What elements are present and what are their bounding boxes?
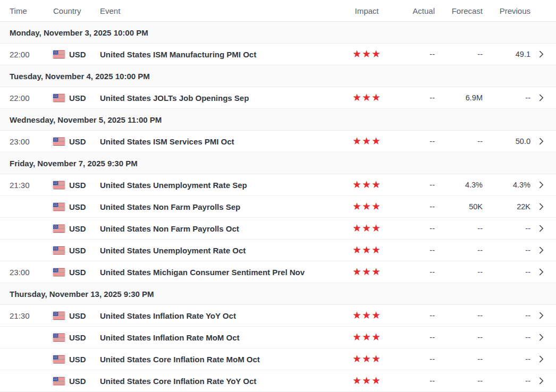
date-group-rows: 21:30 [0,305,556,392]
date-group-header: Monday, November 3, 2025 10:00 PM [0,22,556,44]
country-cell: USD [53,355,100,364]
column-header-previous: Previous [487,6,535,15]
forecast-value: 4.3% [439,181,487,189]
country-cell: USD [53,311,100,320]
forecast-value: -- [439,311,487,320]
currency-label: USD [69,181,86,190]
table-header-row: Time Country Event Impact Actual Forecas… [0,0,556,22]
impact-stars: ★★★ [352,223,381,234]
previous-value: 22K [487,202,535,211]
date-group: Tuesday, November 4, 2025 10:00 PM 22:00 [0,65,556,109]
event-row[interactable]: 21:30 [0,174,556,196]
date-group-header: Wednesday, November 5, 2025 11:00 PM [0,109,556,131]
impact-stars: ★★★ [352,201,381,212]
previous-value: -- [487,311,535,320]
forecast-value: 6.9M [439,93,487,102]
chevron-right-icon[interactable] [535,138,547,145]
chevron-right-icon[interactable] [535,334,547,341]
date-group: Thursday, November 13, 2025 9:30 PM 21:3… [0,283,556,392]
chevron-right-icon[interactable] [535,181,547,189]
column-header-country: Country [53,6,100,15]
currency-label: USD [69,268,86,277]
event-name: United States Non Farm Payrolls Sep [100,202,337,211]
previous-value: -- [487,377,535,385]
event-row[interactable]: 22:00 [0,44,556,65]
date-group-rows: 22:00 [0,44,556,65]
event-row[interactable]: USD United States Core Inflation Rate Yo… [0,370,556,392]
date-group: Friday, November 7, 2025 9:30 PM 21:30 [0,152,556,283]
date-group: Monday, November 3, 2025 10:00 PM 22:00 [0,22,556,65]
us-flag-icon [53,312,65,320]
date-group: Wednesday, November 5, 2025 11:00 PM 23:… [0,109,556,152]
country-cell: USD [53,202,100,211]
us-flag-icon [53,138,65,146]
event-name: United States Non Farm Payrolls Oct [100,224,337,233]
event-row[interactable]: 23:00 [0,261,556,283]
forecast-value: -- [439,377,487,385]
previous-value: -- [487,93,535,102]
calendar-groups: Monday, November 3, 2025 10:00 PM 22:00 [0,22,556,392]
actual-value: -- [397,333,439,342]
event-name: United States Unemployment Rate Sep [100,181,337,190]
impact-stars: ★★★ [352,310,381,321]
impact-stars: ★★★ [352,179,381,190]
chevron-right-icon[interactable] [535,312,547,319]
country-cell: USD [53,268,100,277]
event-row[interactable]: USD United States Unemployment Rate Oct … [0,240,556,261]
actual-value: -- [397,137,439,146]
chevron-right-icon[interactable] [535,268,547,276]
us-flag-icon [53,50,65,58]
event-row[interactable]: 23:00 [0,131,556,152]
event-row[interactable]: USD United States Non Farm Payrolls Oct … [0,218,556,240]
actual-value: -- [397,377,439,385]
date-group-header: Friday, November 7, 2025 9:30 PM [0,152,556,174]
country-cell: USD [53,377,100,386]
chevron-right-icon[interactable] [535,377,547,385]
country-cell: USD [53,224,100,233]
chevron-right-icon[interactable] [535,94,547,101]
event-row[interactable]: USD United States Core Inflation Rate Mo… [0,348,556,370]
currency-label: USD [69,93,86,103]
us-flag-icon [53,268,65,276]
previous-value: -- [487,268,535,276]
chevron-right-icon[interactable] [535,203,547,210]
country-cell: USD [53,181,100,190]
date-group-rows: 23:00 [0,131,556,152]
date-label: Monday, November 3, 2025 10:00 PM [10,28,148,37]
event-time: 21:30 [10,181,53,190]
impact-stars: ★★★ [352,244,381,255]
currency-label: USD [69,202,86,211]
us-flag-icon [53,246,65,254]
economic-calendar: Time Country Event Impact Actual Forecas… [0,0,556,392]
impact-stars: ★★★ [352,266,381,277]
actual-value: -- [397,311,439,320]
column-header-impact: Impact [337,6,397,15]
impact-stars: ★★★ [352,375,381,386]
chevron-right-icon[interactable] [535,225,547,232]
currency-label: USD [69,333,86,342]
date-group-header: Thursday, November 13, 2025 9:30 PM [0,283,556,305]
us-flag-icon [53,203,65,211]
previous-value: -- [487,246,535,254]
country-cell: USD [53,333,100,342]
chevron-right-icon[interactable] [535,50,547,58]
event-row[interactable]: 22:00 [0,87,556,109]
event-time: 23:00 [10,137,53,146]
event-time: 22:00 [10,93,53,103]
date-label: Friday, November 7, 2025 9:30 PM [10,159,138,168]
event-row[interactable]: USD United States Non Farm Payrolls Sep … [0,196,556,218]
currency-label: USD [69,311,86,320]
actual-value: -- [397,246,439,254]
chevron-right-icon[interactable] [535,246,547,254]
chevron-right-icon[interactable] [535,355,547,363]
country-cell: USD [53,50,100,59]
forecast-value: -- [439,137,487,146]
previous-value: 49.1 [487,50,535,58]
previous-value: -- [487,355,535,363]
country-cell: USD [53,137,100,146]
event-row[interactable]: USD United States Inflation Rate MoM Oct… [0,327,556,348]
event-row[interactable]: 21:30 [0,305,556,327]
actual-value: -- [397,181,439,189]
event-name: United States ISM Services PMI Oct [100,137,337,146]
event-name: United States Core Inflation Rate YoY Oc… [100,377,337,386]
